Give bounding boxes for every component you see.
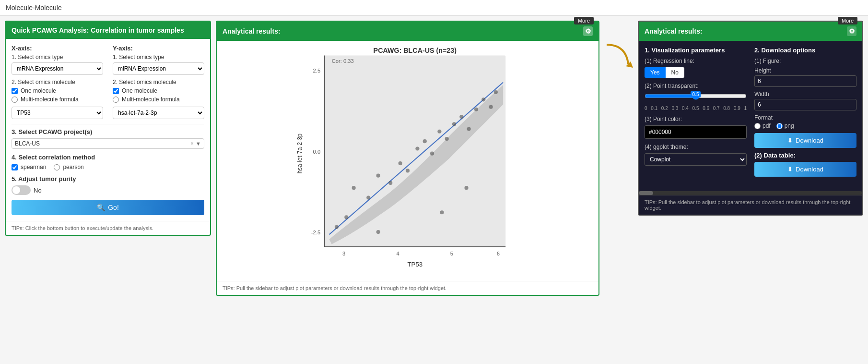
y-step2-label: 2. Select omics molecule <box>113 79 204 85</box>
x-multi-molecule-radio[interactable]: Multi-molecule formula <box>12 96 103 103</box>
svg-point-20 <box>388 181 392 185</box>
right-panel-header: Analytical results: ⚙ <box>639 22 862 41</box>
middle-panel: More Analytical results: ⚙ PCAWG: BLCA-U… <box>216 21 599 296</box>
y-one-molecule-radio[interactable]: One molecule <box>113 87 204 94</box>
y-axis-col: Y-axis: 1. Select omics type mRNA Expres… <box>113 45 204 119</box>
point-color-input[interactable] <box>645 125 747 139</box>
svg-point-22 <box>406 169 410 172</box>
scrollbar[interactable] <box>639 191 862 195</box>
slider-labels: 00.10.20.30.40.50.60.70.80.91 <box>645 106 747 111</box>
purity-toggle[interactable] <box>12 185 31 195</box>
svg-text:Cor: 0.33: Cor: 0.33 <box>332 58 354 64</box>
purity-label: No <box>34 187 42 194</box>
svg-point-34 <box>494 90 498 94</box>
svg-point-17 <box>352 186 356 190</box>
svg-text:2.5: 2.5 <box>313 68 321 73</box>
svg-point-31 <box>474 108 478 111</box>
right-settings-icon[interactable]: ⚙ <box>847 26 856 36</box>
step4-label: 4. Select correlation method <box>12 154 204 161</box>
step5-label: 5. Adjust tumor purity <box>12 175 204 182</box>
section2-label: 2. Download options <box>754 47 856 54</box>
svg-point-35 <box>376 230 380 234</box>
go-button[interactable]: 🔍 Go! <box>12 200 204 215</box>
download-table-icon: ⬇ <box>787 166 793 173</box>
x-step2-label: 2. Select omics molecule <box>12 79 103 85</box>
more-button-right[interactable]: More <box>838 17 857 24</box>
x-axis-label: X-axis: <box>12 45 103 52</box>
svg-point-19 <box>376 174 380 178</box>
slider-value-bubble: 0.5 <box>691 91 701 97</box>
svg-text:TP53: TP53 <box>407 261 422 268</box>
dropdown-arrow-icon[interactable]: ▼ <box>196 141 201 146</box>
svg-point-21 <box>399 161 402 165</box>
point-color-label: (3) Point color: <box>645 116 747 122</box>
right-panel: More Analytical results: ⚙ 1. Visualizat… <box>638 21 863 216</box>
x-one-molecule-radio[interactable]: One molecule <box>12 87 103 94</box>
download-icon: ⬇ <box>787 137 793 144</box>
svg-point-33 <box>489 105 493 109</box>
figure-label: (1) Figure: <box>754 58 856 64</box>
x-molecule-select[interactable]: TP53 <box>12 107 103 119</box>
svg-point-26 <box>437 130 441 133</box>
svg-point-18 <box>366 196 370 200</box>
x-omics-select[interactable]: mRNA Expression miRNA Expression Protein… <box>12 62 103 75</box>
chart-area: PCAWG: BLCA-US (n=23) Cor: 0.33 2.5 0.0 … <box>217 41 598 281</box>
project-select-wrap[interactable]: BLCA-US × ▼ <box>12 138 204 149</box>
y-molecule-select[interactable]: hsa-let-7a-2-3p <box>113 107 204 119</box>
svg-text:3: 3 <box>342 251 345 256</box>
svg-text:-2.5: -2.5 <box>311 230 320 235</box>
regression-line-label: (1) Regression line: <box>645 58 747 64</box>
download-table-button[interactable]: ⬇ Download <box>754 162 856 177</box>
svg-point-25 <box>430 152 434 156</box>
svg-text:0.0: 0.0 <box>313 149 321 155</box>
x-step1-label: 1. Select omics type <box>12 54 103 61</box>
height-label: Height <box>754 67 856 74</box>
regression-toggle[interactable]: Yes No <box>645 67 747 78</box>
svg-point-16 <box>344 215 348 219</box>
left-tips: TIPs: Click the bottom button to execute… <box>6 221 210 235</box>
no-button[interactable]: No <box>666 67 684 78</box>
png-radio-label[interactable]: png <box>776 122 794 129</box>
width-input[interactable] <box>754 99 856 110</box>
yes-button[interactable]: Yes <box>645 67 666 78</box>
svg-point-28 <box>452 122 456 126</box>
more-button-middle[interactable]: More <box>574 17 594 24</box>
transparency-slider-container: 0.5 00.10.20.30.40.50.60.70.80.91 <box>645 92 747 111</box>
svg-point-37 <box>464 186 468 190</box>
left-panel-header: Quick PCAWG Analysis: Correlation in tum… <box>6 22 210 39</box>
middle-panel-header: Analytical results: ⚙ <box>217 22 598 41</box>
svg-marker-38 <box>626 61 633 68</box>
svg-point-36 <box>440 210 444 214</box>
height-input[interactable] <box>754 75 856 87</box>
svg-text:PCAWG: BLCA-US (n=23): PCAWG: BLCA-US (n=23) <box>374 47 457 54</box>
left-panel: Quick PCAWG Analysis: Correlation in tum… <box>5 21 211 236</box>
pearson-radio[interactable]: pearson <box>54 164 83 170</box>
y-multi-molecule-radio[interactable]: Multi-molecule formula <box>113 96 204 103</box>
data-table-label: (2) Data table: <box>754 152 856 159</box>
project-value: BLCA-US <box>15 140 190 147</box>
y-omics-select[interactable]: mRNA Expression miRNA Expression Protein… <box>113 62 204 75</box>
svg-point-24 <box>423 139 427 143</box>
svg-point-32 <box>481 97 485 101</box>
svg-text:6: 6 <box>497 251 500 256</box>
download-figure-button[interactable]: ⬇ Download <box>754 133 856 148</box>
svg-point-23 <box>415 146 419 150</box>
y-step1-label: 1. Select omics type <box>113 54 204 61</box>
scrollbar-thumb <box>639 191 653 195</box>
settings-icon[interactable]: ⚙ <box>583 26 593 36</box>
step3-label: 3. Select PCAWG project(s) <box>12 128 204 135</box>
app-title: Molecule-Molecule <box>0 0 868 16</box>
svg-text:5: 5 <box>450 251 453 256</box>
y-axis-label: Y-axis: <box>113 45 204 52</box>
arrow-decoration <box>602 21 635 69</box>
search-icon: 🔍 <box>97 204 105 211</box>
width-label: Width <box>754 91 856 97</box>
middle-tips: TIPs: Pull the sidebar to adjust plot pa… <box>217 281 598 295</box>
spearman-radio[interactable]: spearman <box>12 164 46 170</box>
theme-select[interactable]: Cowplot BW Classic Minimal Gray <box>645 153 747 166</box>
right-tips: TIPs: Pull the sidebar to adjust plot pa… <box>639 195 862 215</box>
clear-project-btn[interactable]: × <box>190 140 194 147</box>
pdf-radio-label[interactable]: pdf <box>754 122 771 129</box>
svg-text:4: 4 <box>396 251 399 256</box>
format-label: Format <box>754 114 856 121</box>
